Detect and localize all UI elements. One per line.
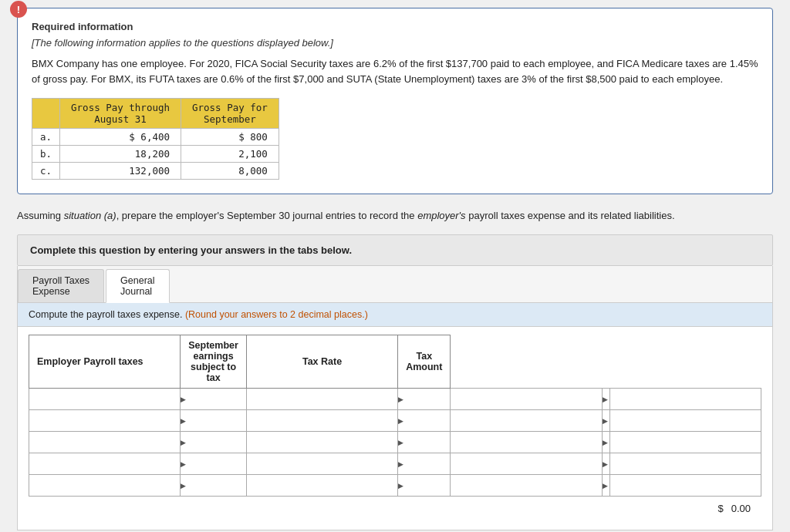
payroll-marker1-2 [181, 432, 247, 453]
payroll-input-col2-3[interactable] [247, 453, 397, 474]
payroll-marker3-4 [602, 475, 609, 497]
payroll-col1-4 [29, 475, 181, 497]
payroll-marker1-0 [181, 389, 247, 410]
table-header-aug: Gross Pay throughAugust 31 [60, 99, 181, 129]
row-label: c. [32, 163, 60, 180]
payroll-marker3-2 [602, 432, 609, 453]
payroll-input-col1-0[interactable] [29, 389, 180, 409]
payroll-col3-1 [451, 410, 602, 432]
payroll-col2-0 [246, 389, 397, 410]
payroll-marker1-1 [181, 410, 247, 432]
row-sep: 2,100 [181, 146, 279, 163]
payroll-col4-3 [609, 453, 761, 475]
payroll-input-col2-2[interactable] [247, 432, 397, 453]
payroll-input-col1-3[interactable] [29, 453, 180, 474]
payroll-col4-0 [609, 389, 761, 410]
tab-payroll-taxes-expense[interactable]: Payroll TaxesExpense [18, 269, 104, 302]
payroll-input-col1-1[interactable] [29, 410, 180, 431]
payroll-col1-1 [29, 410, 181, 432]
total-dollar-sign: $ [717, 503, 723, 514]
tabs-row: Payroll TaxesExpense GeneralJournal [18, 266, 772, 303]
payroll-input-col3-1[interactable] [451, 410, 601, 431]
payroll-col1-0 [29, 389, 181, 410]
row-sep: $ 800 [181, 129, 279, 146]
payroll-input-col4-4[interactable] [610, 475, 761, 496]
payroll-row [29, 410, 761, 432]
payroll-input-col1-4[interactable] [29, 475, 180, 496]
info-heading: Required information [32, 21, 758, 32]
payroll-section: Employer Payroll taxes September earning… [18, 327, 772, 530]
total-row: $ 0.00 [29, 497, 761, 517]
gross-pay-table: Gross Pay throughAugust 31 Gross Pay for… [32, 98, 279, 180]
payroll-marker2-0 [398, 389, 451, 410]
table-header-sep: Gross Pay forSeptember [181, 99, 279, 129]
payroll-row [29, 432, 761, 453]
payroll-col4-2 [609, 432, 761, 453]
info-box: ! Required information [The following in… [17, 8, 773, 194]
payroll-col3-4 [451, 475, 602, 497]
payroll-input-col2-1[interactable] [247, 410, 397, 431]
payroll-col2-2 [246, 432, 397, 453]
payroll-col3-3 [451, 453, 602, 475]
payroll-input-col4-2[interactable] [610, 432, 761, 453]
col-header-sep-earnings: September earningssubject to tax [181, 335, 247, 389]
payroll-col1-2 [29, 432, 181, 453]
col-header-tax-amount: Tax Amount [398, 335, 451, 389]
question-text: Assuming situation (a), prepare the empl… [17, 208, 773, 224]
payroll-col2-3 [246, 453, 397, 475]
payroll-marker2-1 [398, 410, 451, 432]
payroll-input-col3-4[interactable] [451, 475, 601, 496]
total-value: 0.00 [731, 503, 751, 514]
payroll-input-col3-3[interactable] [451, 453, 601, 474]
page-wrapper: ! Required information [The following in… [17, 8, 773, 532]
row-aug: $ 6,400 [60, 129, 181, 146]
question-box-text: Complete this question by entering your … [30, 244, 760, 256]
info-body: BMX Company has one employee. For 2020, … [32, 56, 758, 87]
tab-general-journal[interactable]: GeneralJournal [106, 269, 169, 303]
row-sep: 8,000 [181, 163, 279, 180]
row-label: a. [32, 129, 60, 146]
payroll-input-col2-0[interactable] [247, 389, 397, 409]
payroll-input-col3-0[interactable] [451, 389, 601, 409]
payroll-col3-2 [451, 432, 602, 453]
payroll-marker3-0 [602, 389, 609, 410]
payroll-col2-4 [246, 475, 397, 497]
payroll-row [29, 453, 761, 475]
payroll-input-col1-2[interactable] [29, 432, 180, 453]
payroll-col1-3 [29, 453, 181, 475]
payroll-col4-4 [609, 475, 761, 497]
payroll-input-col2-4[interactable] [247, 475, 397, 496]
table-header-empty [32, 99, 60, 129]
payroll-marker1-3 [181, 453, 247, 475]
col-header-tax-rate: Tax Rate [246, 335, 397, 389]
payroll-marker2-3 [398, 453, 451, 475]
alert-icon: ! [10, 1, 27, 18]
payroll-col2-1 [246, 410, 397, 432]
payroll-marker3-1 [602, 410, 609, 432]
payroll-marker3-3 [602, 453, 609, 475]
table-row: a. $ 6,400 $ 800 [32, 129, 279, 146]
table-row: c. 132,000 8,000 [32, 163, 279, 180]
payroll-input-col4-1[interactable] [610, 410, 761, 431]
tabs-container: Payroll TaxesExpense GeneralJournal Comp… [17, 266, 773, 530]
payroll-row [29, 389, 761, 410]
payroll-table: Employer Payroll taxes September earning… [29, 335, 761, 497]
payroll-input-col4-0[interactable] [610, 389, 761, 409]
payroll-marker1-4 [181, 475, 247, 497]
payroll-input-col3-2[interactable] [451, 432, 601, 453]
table-row: b. 18,200 2,100 [32, 146, 279, 163]
row-aug: 132,000 [60, 163, 181, 180]
question-box: Complete this question by entering your … [17, 234, 773, 266]
payroll-row [29, 475, 761, 497]
row-aug: 18,200 [60, 146, 181, 163]
col-header-employer: Employer Payroll taxes [29, 335, 181, 389]
payroll-input-col4-3[interactable] [610, 453, 761, 474]
round-note: (Round your answers to 2 decimal places.… [185, 309, 368, 320]
row-label: b. [32, 146, 60, 163]
info-subtitle: [The following information applies to th… [32, 37, 758, 49]
payroll-marker2-4 [398, 475, 451, 497]
payroll-marker2-2 [398, 432, 451, 453]
payroll-col3-0 [451, 389, 602, 410]
payroll-col4-1 [609, 410, 761, 432]
instruction-text: Compute the payroll taxes expense. [29, 309, 185, 320]
